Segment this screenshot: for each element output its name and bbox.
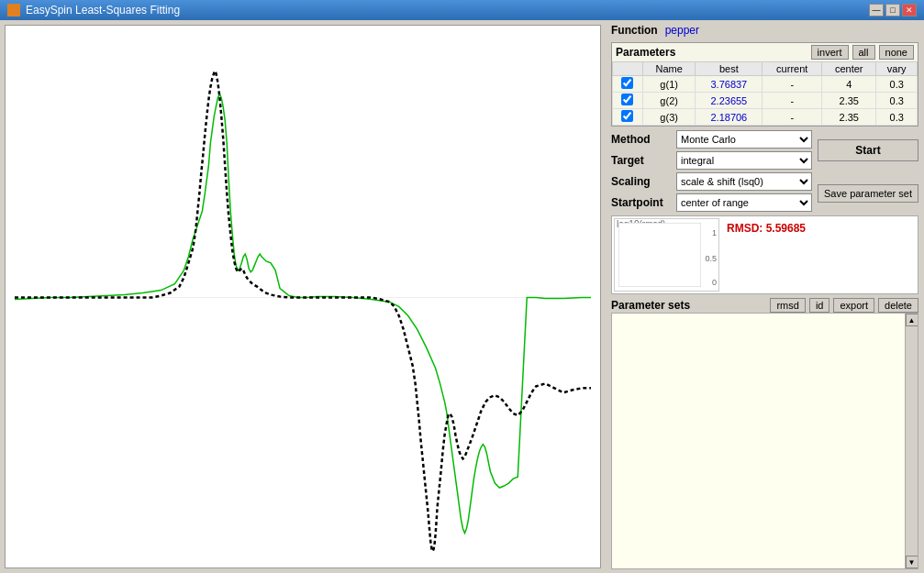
param-current-0: - xyxy=(763,76,822,93)
rmsd-y-mid: 0.5 xyxy=(705,254,717,263)
target-label: Target xyxy=(611,154,671,167)
startpoint-select[interactable]: center of range xyxy=(676,193,812,212)
export-btn[interactable]: export xyxy=(833,298,874,313)
scrollbar: ▲ ▼ xyxy=(905,314,918,568)
minimize-button[interactable]: — xyxy=(869,4,884,17)
param-row-2: g(3) 2.18706 - 2.35 0.3 xyxy=(613,109,918,126)
scaling-row: Scaling scale & shift (lsq0) xyxy=(611,172,812,191)
right-controls: Start Save parameter set xyxy=(818,130,918,212)
plot-area xyxy=(5,25,601,568)
target-select[interactable]: integral xyxy=(676,151,812,170)
start-button[interactable]: Start xyxy=(818,139,918,161)
none-button[interactable]: none xyxy=(879,45,914,60)
method-label: Method xyxy=(611,133,671,146)
all-button[interactable]: all xyxy=(852,45,875,60)
rmsd-y-max: 1 xyxy=(712,228,717,237)
app-icon xyxy=(7,4,20,17)
param-center-1: 2.35 xyxy=(822,93,876,109)
parameters-label: Parameters xyxy=(616,46,807,59)
param-name-1: g(2) xyxy=(642,93,695,109)
param-row-0: g(1) 3.76837 - 4 0.3 xyxy=(613,76,918,93)
parameters-section: Parameters invert all none Name best cur… xyxy=(611,42,918,127)
param-check-0[interactable] xyxy=(613,76,643,93)
rmsd-y-min: 0 xyxy=(712,278,717,287)
parameters-header: Parameters invert all none xyxy=(612,43,918,61)
rmsd-btn[interactable]: rmsd xyxy=(770,298,805,313)
param-vary-2: 0.3 xyxy=(876,109,918,126)
method-select[interactable]: Monte Carlo xyxy=(676,130,812,149)
method-row: Method Monte Carlo xyxy=(611,130,812,149)
title-bar: EasySpin Least-Squares Fitting — □ ✕ xyxy=(0,0,924,20)
main-content: Function pepper Parameters invert all no… xyxy=(0,20,924,573)
rmsd-section: log10(rmsd) 1 0.5 0 RMSD: 5.59685 xyxy=(611,215,918,294)
delete-btn[interactable]: delete xyxy=(878,298,918,313)
target-row: Target integral xyxy=(611,151,812,170)
window-title: EasySpin Least-Squares Fitting xyxy=(26,4,180,17)
col-check xyxy=(613,62,643,76)
col-center: center xyxy=(822,62,876,76)
col-best: best xyxy=(696,62,763,76)
param-vary-0: 0.3 xyxy=(876,76,918,93)
param-sets-label: Parameter sets xyxy=(611,299,766,312)
rmsd-value: RMSD: 5.59685 xyxy=(723,218,809,292)
param-name-0: g(1) xyxy=(642,76,695,93)
scaling-select[interactable]: scale & shift (lsq0) xyxy=(676,172,812,191)
id-btn[interactable]: id xyxy=(809,298,830,313)
startpoint-row: Startpoint center of range xyxy=(611,193,812,212)
control-group: Method Monte Carlo Target integral Scali… xyxy=(611,130,918,212)
close-button[interactable]: ✕ xyxy=(902,4,917,17)
spectrum-plot xyxy=(6,26,600,567)
col-vary: vary xyxy=(876,62,918,76)
param-center-0: 4 xyxy=(822,76,876,93)
scroll-up-button[interactable]: ▲ xyxy=(906,314,918,326)
param-sets-area: ▲ ▼ xyxy=(611,313,918,569)
param-name-2: g(3) xyxy=(642,109,695,126)
col-name: Name xyxy=(642,62,695,76)
function-label: Function xyxy=(611,24,658,37)
parameters-table: Name best current center vary g(1) 3.768… xyxy=(612,61,918,126)
right-panel: Function pepper Parameters invert all no… xyxy=(606,20,924,573)
startpoint-label: Startpoint xyxy=(611,196,671,209)
param-check-1[interactable] xyxy=(613,93,643,109)
rmsd-plot: log10(rmsd) 1 0.5 0 xyxy=(614,218,719,292)
param-center-2: 2.35 xyxy=(822,109,876,126)
function-value: pepper xyxy=(665,24,699,37)
scroll-down-button[interactable]: ▼ xyxy=(906,556,918,568)
col-current: current xyxy=(763,62,822,76)
param-best-2: 2.18706 xyxy=(696,109,763,126)
param-check-2[interactable] xyxy=(613,109,643,126)
param-sets-section: Parameter sets rmsd id export delete ▲ ▼ xyxy=(611,298,918,569)
param-row-1: g(2) 2.23655 - 2.35 0.3 xyxy=(613,93,918,109)
window-controls: — □ ✕ xyxy=(869,4,917,17)
save-parameter-set-button[interactable]: Save parameter set xyxy=(818,184,918,203)
method-section: Method Monte Carlo Target integral Scali… xyxy=(611,130,812,212)
param-best-1: 2.23655 xyxy=(696,93,763,109)
function-row: Function pepper xyxy=(611,24,918,37)
param-sets-header: Parameter sets rmsd id export delete xyxy=(611,298,918,313)
rmsd-chart xyxy=(618,223,701,287)
param-current-2: - xyxy=(763,109,822,126)
svg-rect-2 xyxy=(618,223,701,287)
param-current-1: - xyxy=(763,93,822,109)
param-vary-1: 0.3 xyxy=(876,93,918,109)
param-best-0: 3.76837 xyxy=(696,76,763,93)
scaling-label: Scaling xyxy=(611,175,671,188)
maximize-button[interactable]: □ xyxy=(885,4,900,17)
invert-button[interactable]: invert xyxy=(811,45,849,60)
